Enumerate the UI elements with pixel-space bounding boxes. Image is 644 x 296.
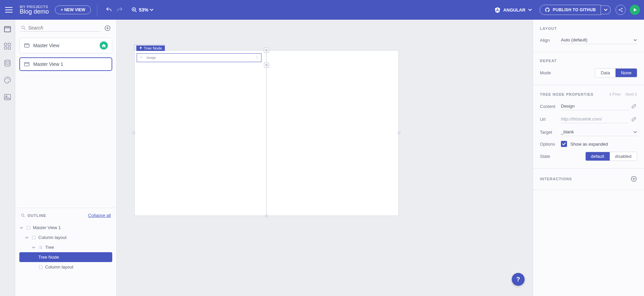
github-icon [545, 7, 550, 13]
outline-item[interactable]: Column layout [15, 262, 116, 272]
outline-panel: OUTLINE Collapse all Master View 1 Colum… [15, 208, 116, 296]
svg-point-15 [22, 26, 24, 29]
outline-title: OUTLINE [21, 213, 46, 218]
add-before-button[interactable]: + [264, 48, 269, 53]
grid-icon [3, 42, 12, 50]
state-disabled-option[interactable]: disabled [610, 152, 637, 161]
align-select[interactable]: Auto (default) [561, 36, 637, 44]
search-icon [21, 213, 25, 218]
node-content: Design [147, 56, 156, 59]
preview-button[interactable] [630, 5, 640, 15]
project-title: Blog demo [20, 8, 49, 15]
components-tool[interactable] [3, 42, 12, 50]
field-label: Target [540, 130, 561, 135]
field-label: Mode [540, 70, 561, 75]
views-tool[interactable] [3, 25, 12, 33]
undo-button[interactable] [103, 4, 114, 15]
share-button[interactable] [616, 5, 626, 15]
publish-button[interactable]: PUBLISH TO GITHUB [540, 5, 601, 15]
collapse-all-link[interactable]: Collapse all [88, 213, 111, 218]
state-default-option[interactable]: default [586, 152, 610, 161]
canvas[interactable]: Tree Node Design + + [117, 20, 533, 296]
svg-rect-7 [4, 47, 7, 49]
column-icon [32, 235, 36, 240]
framework-selector[interactable]: ANGULAR [494, 7, 532, 13]
svg-point-12 [8, 79, 9, 80]
outline-item[interactable]: Tree Node [19, 252, 112, 262]
theme-tool[interactable] [3, 76, 12, 84]
window-icon [3, 25, 12, 33]
svg-rect-21 [32, 236, 35, 239]
zoom-in-icon [131, 7, 137, 13]
field-label: Url [540, 117, 561, 122]
new-view-button[interactable]: + NEW VIEW [55, 5, 91, 14]
url-input[interactable] [561, 115, 628, 123]
section-title: LAYOUT [540, 26, 637, 31]
svg-rect-6 [8, 43, 11, 45]
add-view-button[interactable] [104, 25, 111, 32]
section-title: REPEAT [540, 59, 637, 63]
undo-icon [105, 6, 112, 13]
angular-icon [494, 7, 501, 13]
menu-button[interactable] [4, 5, 14, 15]
field-label: Options [540, 142, 561, 147]
prev-button[interactable]: Prev [609, 92, 621, 97]
left-panel: Master View Master View 1 OUTLINE Collap… [15, 20, 117, 296]
chevron-right-icon [635, 93, 637, 96]
node-box[interactable]: Design [137, 53, 261, 62]
next-button[interactable]: Next [625, 92, 637, 97]
help-button[interactable]: ? [512, 273, 525, 286]
content-input[interactable] [561, 102, 628, 110]
column-icon [38, 265, 43, 270]
search-input[interactable] [28, 25, 100, 31]
window-icon [24, 42, 30, 49]
target-select[interactable]: _blank [561, 128, 637, 136]
outline-item[interactable]: Column layout [15, 233, 116, 242]
home-badge [100, 41, 108, 50]
resize-handle[interactable] [133, 132, 135, 134]
data-tool[interactable] [3, 59, 12, 67]
chain-icon [631, 104, 637, 109]
layout-icon [26, 225, 31, 230]
selected-node-tag[interactable]: Tree Node [136, 45, 165, 51]
resize-handle[interactable] [398, 132, 400, 134]
svg-point-9 [5, 60, 10, 62]
bind-button[interactable] [631, 116, 637, 122]
divider [97, 4, 97, 15]
window-icon [24, 61, 30, 67]
mode-data-option[interactable]: Data [595, 69, 615, 77]
app-header: MY PROJECTS Blog demo + NEW VIEW 53% ANG… [0, 0, 644, 20]
publish-dropdown[interactable] [601, 5, 611, 14]
outline-item[interactable]: Tree [15, 242, 116, 252]
redo-button[interactable] [114, 4, 125, 15]
chevron-down-icon [604, 8, 608, 12]
artboard[interactable] [134, 50, 399, 216]
outline-item[interactable]: Master View 1 [15, 223, 116, 233]
outline-item-label: Tree Node [38, 255, 59, 260]
redo-icon [116, 6, 123, 13]
bind-button[interactable] [631, 104, 637, 109]
outline-item-label: Column layout [38, 235, 66, 240]
zoom-control[interactable]: 53% [131, 7, 154, 13]
mode-none-option[interactable]: None [616, 69, 637, 77]
view-card[interactable]: Master View 1 [19, 57, 112, 71]
hamburger-icon [5, 7, 13, 13]
expanded-checkbox[interactable] [561, 141, 567, 147]
node-type-icon [139, 56, 143, 60]
svg-rect-8 [8, 47, 11, 49]
svg-point-11 [7, 78, 8, 79]
search-field[interactable] [21, 24, 100, 32]
expand-icon [255, 56, 259, 60]
chevron-down-icon [32, 245, 36, 249]
view-name: Master View 1 [33, 61, 63, 67]
assets-tool[interactable] [3, 93, 12, 101]
add-after-button[interactable]: + [264, 62, 269, 68]
add-interaction-button[interactable] [630, 175, 637, 182]
view-card[interactable]: Master View [19, 38, 112, 53]
resize-handle[interactable] [265, 215, 268, 217]
section-title: TREE NODE PROPERTIES [540, 92, 593, 96]
project-title-group: MY PROJECTS Blog demo [20, 5, 49, 15]
outline-item-label: Tree [45, 245, 54, 250]
palette-icon [3, 76, 12, 84]
play-icon [632, 7, 637, 12]
